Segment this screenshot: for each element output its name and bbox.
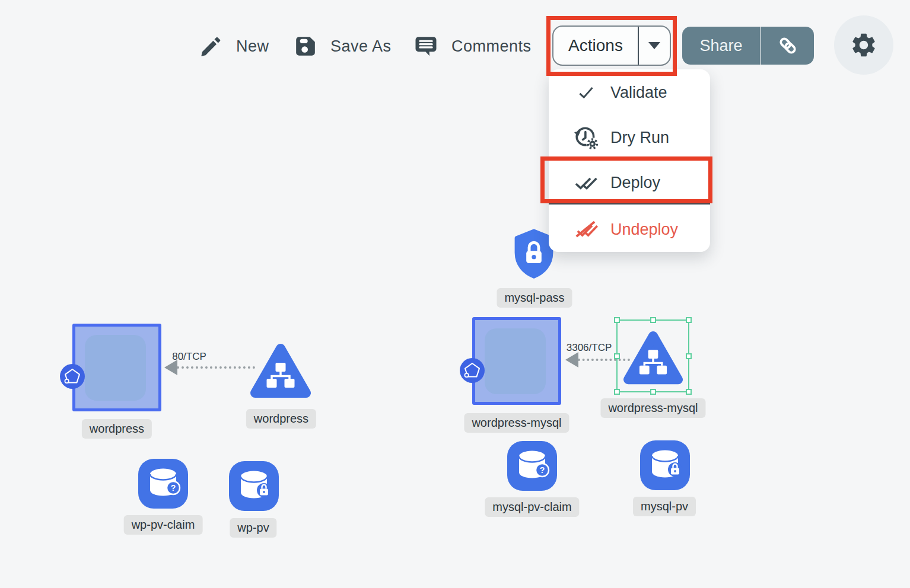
comments-label: Comments <box>451 37 532 56</box>
deployment-inner-pane <box>85 335 146 401</box>
node-pvc-mysql-pv-claim[interactable]: ? <box>507 441 557 491</box>
chat-icon <box>413 34 438 58</box>
edge-label: 3306/TCP <box>567 342 612 354</box>
service-triangle-icon <box>250 341 311 403</box>
menu-item-dry-run[interactable]: Dry Run <box>549 120 710 155</box>
edge-line <box>177 366 255 369</box>
node-label: wordpress <box>246 409 316 429</box>
actions-label[interactable]: Actions <box>553 27 638 65</box>
node-label: wordpress-mysql <box>600 398 705 418</box>
floppy-icon <box>294 34 317 58</box>
double-check-slash-icon <box>572 219 600 239</box>
menu-item-dry-run-label: Dry Run <box>610 129 669 147</box>
actions-menu: Validate Dry Run Deploy <box>549 69 710 252</box>
node-label: mysql-pass <box>497 288 572 308</box>
share-button[interactable]: Share <box>682 27 814 65</box>
settings-button[interactable] <box>834 15 893 75</box>
edge-label: 80/TCP <box>172 351 206 363</box>
selection-handle-e[interactable] <box>686 353 692 359</box>
menu-divider <box>549 203 710 204</box>
node-label: wordpress <box>82 419 152 439</box>
pod-badge-icon <box>59 363 85 392</box>
menu-item-validate-label: Validate <box>610 84 667 102</box>
chevron-down-icon <box>648 42 660 49</box>
volume-claim-icon: ? <box>507 441 557 491</box>
volume-lock-icon <box>229 461 279 511</box>
svg-text:?: ? <box>540 465 545 475</box>
svg-text:?: ? <box>171 483 176 493</box>
save-as-button[interactable]: Save As <box>294 33 392 60</box>
selection-handle-n[interactable] <box>650 317 656 323</box>
node-deployment-wordpress-mysql[interactable] <box>472 317 561 405</box>
share-label[interactable]: Share <box>682 27 760 65</box>
node-label: wordpress-mysql <box>464 413 569 433</box>
edge-arrowhead <box>565 352 578 368</box>
pencil-icon <box>199 34 223 58</box>
node-pv-wp-pv[interactable] <box>229 461 279 511</box>
node-pvc-wp-pv-claim[interactable]: ? <box>138 459 188 509</box>
gear-icon <box>849 31 878 59</box>
new-label: New <box>236 37 269 56</box>
menu-item-deploy[interactable]: Deploy <box>549 165 710 200</box>
node-label: mysql-pv <box>633 497 696 516</box>
check-icon <box>572 84 600 101</box>
actions-dropdown-toggle[interactable] <box>639 27 670 65</box>
menu-item-undeploy-label: Undeploy <box>610 220 678 239</box>
selection-handle-nw[interactable] <box>614 317 620 323</box>
app-canvas: New Save As Comments Actions Share <box>0 0 910 588</box>
pod-badge-icon <box>459 357 485 386</box>
node-pv-mysql-pv[interactable] <box>640 440 690 490</box>
history-gear-icon <box>572 125 600 150</box>
volume-claim-icon: ? <box>138 459 188 509</box>
double-check-icon <box>572 172 600 193</box>
comments-button[interactable]: Comments <box>413 33 532 60</box>
node-service-wordpress[interactable] <box>250 341 311 405</box>
save-as-label: Save As <box>330 37 392 56</box>
menu-item-deploy-label: Deploy <box>610 174 660 192</box>
node-label: wp-pv <box>230 518 276 538</box>
selection-handle-w[interactable] <box>614 353 620 359</box>
link-icon <box>777 35 798 56</box>
selection-handle-ne[interactable] <box>686 317 692 323</box>
share-link-button[interactable] <box>761 27 814 65</box>
selection-handle-sw[interactable] <box>614 389 620 395</box>
node-deployment-wordpress[interactable] <box>72 324 161 411</box>
node-label: wp-pv-claim <box>124 515 203 535</box>
volume-lock-icon <box>640 440 690 490</box>
deployment-inner-pane <box>485 328 546 394</box>
selection-box <box>616 319 689 392</box>
new-button[interactable]: New <box>199 33 269 60</box>
menu-item-validate[interactable]: Validate <box>549 75 710 110</box>
node-label: mysql-pv-claim <box>485 497 579 517</box>
menu-item-undeploy[interactable]: Undeploy <box>549 212 710 247</box>
selection-handle-s[interactable] <box>650 389 656 395</box>
actions-button[interactable]: Actions <box>552 25 671 66</box>
selection-handle-se[interactable] <box>686 389 692 395</box>
